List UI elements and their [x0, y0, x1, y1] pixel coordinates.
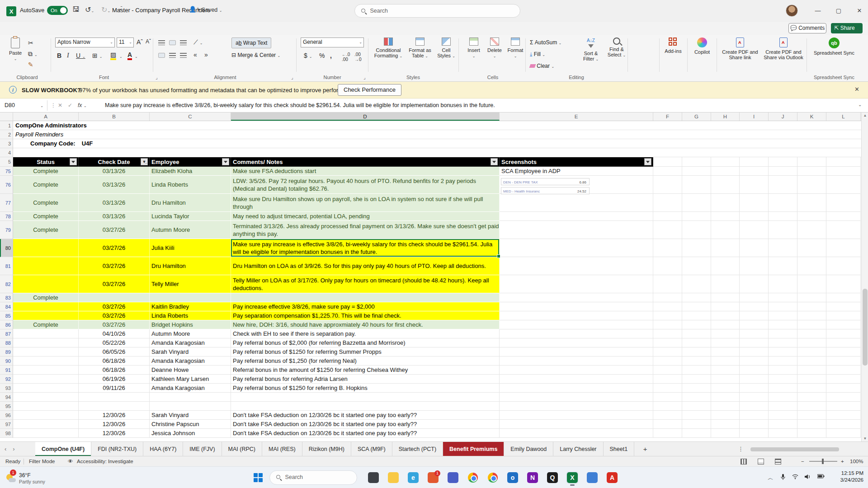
q-app-icon[interactable]: Q — [546, 471, 559, 484]
horizontal-scrollbar-thumb[interactable] — [750, 447, 839, 451]
zoom-slider-thumb[interactable] — [822, 459, 824, 464]
row-number-92[interactable]: 92 — [0, 375, 13, 384]
check-performance-button[interactable]: Check Performance — [338, 84, 401, 96]
create-pdf-share-outlook-button[interactable]: Create PDF and Share via Outlook — [763, 38, 804, 60]
cell-F92[interactable] — [653, 375, 682, 384]
cell-K92[interactable] — [797, 375, 826, 384]
page-layout-view-icon[interactable] — [758, 459, 764, 465]
menu-dots-icon[interactable]: ⋮ — [51, 102, 56, 108]
table-header-employee[interactable]: Employee — [150, 157, 231, 167]
column-header-C[interactable]: C — [150, 113, 231, 121]
cell-K87[interactable] — [797, 329, 826, 338]
cell-I96[interactable] — [740, 411, 769, 420]
cell-I87[interactable] — [740, 329, 769, 338]
format-painter-icon[interactable]: ✎ — [28, 61, 33, 68]
fill-button[interactable]: ⤓ Fill ⌄ — [530, 51, 545, 57]
cell-A92[interactable] — [13, 375, 79, 384]
cell-J83[interactable] — [769, 293, 797, 302]
cell-H85[interactable] — [711, 311, 740, 320]
cell-G84[interactable] — [682, 302, 711, 311]
cell-A91[interactable] — [13, 366, 79, 375]
cell-E80[interactable] — [500, 239, 653, 257]
cell-F88[interactable] — [653, 338, 682, 347]
cell-A78[interactable]: Complete — [13, 212, 79, 221]
cell-F83[interactable] — [653, 293, 682, 302]
font-dialog-launcher-icon[interactable]: ⌟ — [156, 75, 158, 80]
cell-E75[interactable]: SCA Employee in ADP — [500, 167, 653, 176]
vertical-scrollbar[interactable]: ▲ ▼ — [861, 113, 868, 441]
cell-K95[interactable] — [797, 402, 826, 411]
cell-F76[interactable] — [653, 176, 682, 194]
font-color-icon[interactable]: A — [127, 51, 132, 60]
paste-button[interactable]: Paste⌄ — [5, 38, 25, 62]
shrink-font-icon[interactable]: Aˇ — [146, 38, 151, 45]
cell-G83[interactable] — [682, 293, 711, 302]
cell-E83[interactable] — [500, 293, 653, 302]
alignment-dialog-launcher-icon[interactable]: ⌟ — [291, 75, 293, 80]
cell-G93[interactable] — [682, 384, 711, 393]
cell-I76[interactable] — [740, 176, 769, 194]
table-header-comments-notes[interactable]: Comments/ Notes — [231, 157, 500, 167]
cell-B75[interactable]: 03/13/26 — [79, 167, 150, 176]
save-status[interactable]: • Saved ⌄ — [198, 7, 222, 13]
conditional-formatting-button[interactable]: Conditional Formatting ⌄ — [373, 38, 403, 59]
cell-K96[interactable] — [797, 411, 826, 420]
cell-G81[interactable] — [682, 257, 711, 275]
cell-B80[interactable]: 03/27/26 — [79, 239, 150, 257]
cell-G90[interactable] — [682, 357, 711, 366]
cell-I92[interactable] — [740, 375, 769, 384]
cell-J97[interactable] — [769, 420, 797, 429]
cell-J90[interactable] — [769, 357, 797, 366]
row-number-88[interactable]: 88 — [0, 338, 13, 347]
sheet-tab-larry-chessler[interactable]: Larry Chessler — [553, 442, 603, 456]
cell-C78[interactable]: Lucinda Taylor — [150, 212, 231, 221]
cell-K82[interactable] — [797, 275, 826, 293]
table-header-screenshots[interactable]: Screenshots — [500, 157, 653, 167]
cell-A98[interactable] — [13, 429, 79, 438]
cell-K83[interactable] — [797, 293, 826, 302]
close-icon[interactable]: ✕ — [854, 86, 859, 93]
cell-J80[interactable] — [769, 239, 797, 257]
cell-H75[interactable] — [711, 167, 740, 176]
cell-C80[interactable]: Julia Kiili — [150, 239, 231, 257]
cell-D84[interactable]: Pay increase effective 3/8/26, make sure… — [231, 302, 500, 311]
cell-K89[interactable] — [797, 347, 826, 357]
cell-G77[interactable] — [682, 194, 711, 212]
accessibility-status[interactable]: Accessibility: Investigate — [77, 459, 133, 464]
cell-A3[interactable]: Company Code:U4F — [13, 139, 861, 148]
cell-D88[interactable]: Pay referral bonus of $2,000 (for referr… — [231, 338, 500, 347]
cell-H89[interactable] — [711, 347, 740, 357]
mail-icon[interactable]: 1 — [427, 471, 439, 484]
cell-C91[interactable]: Deanne Howe — [150, 366, 231, 375]
cell-A86[interactable]: Complete — [13, 320, 79, 329]
cell-F84[interactable] — [653, 302, 682, 311]
cell-K90[interactable] — [797, 357, 826, 366]
spreadsheet-sync-button[interactable]: qb Spreadsheet Sync — [814, 38, 854, 56]
taskbar-search-input[interactable]: Search — [269, 470, 357, 485]
cell-A85[interactable] — [13, 311, 79, 320]
row-number-87[interactable]: 87 — [0, 329, 13, 338]
edge-icon[interactable]: e — [407, 471, 420, 484]
cell-B93[interactable]: 09/11/26 — [79, 384, 150, 393]
cell-A75[interactable]: Complete — [13, 167, 79, 176]
cell-I85[interactable] — [740, 311, 769, 320]
row-number-5[interactable]: 5 — [0, 157, 13, 167]
row-number-2[interactable]: 2 — [0, 130, 13, 139]
cell-D79[interactable]: Terminated 3/13/26. Jess already process… — [231, 221, 500, 239]
cell-D78[interactable]: May need to adjust timecard, potential L… — [231, 212, 500, 221]
cell-I89[interactable] — [740, 347, 769, 357]
wifi-icon[interactable] — [792, 474, 798, 479]
column-header-K[interactable]: K — [797, 113, 826, 121]
cell-I81[interactable] — [740, 257, 769, 275]
align-top-icon[interactable] — [158, 40, 165, 45]
cell-E93[interactable] — [500, 384, 653, 393]
redo-icon[interactable]: ↻⌄ — [101, 5, 110, 14]
cell-H92[interactable] — [711, 375, 740, 384]
cell-C89[interactable]: Sarah Vinyard — [150, 347, 231, 357]
cell-G80[interactable] — [682, 239, 711, 257]
cell-C98[interactable]: Jessica Johnson — [150, 429, 231, 438]
cell-B90[interactable]: 06/18/26 — [79, 357, 150, 366]
cell-J81[interactable] — [769, 257, 797, 275]
cell-A82[interactable] — [13, 275, 79, 293]
row-number-83[interactable]: 83 — [0, 293, 13, 302]
